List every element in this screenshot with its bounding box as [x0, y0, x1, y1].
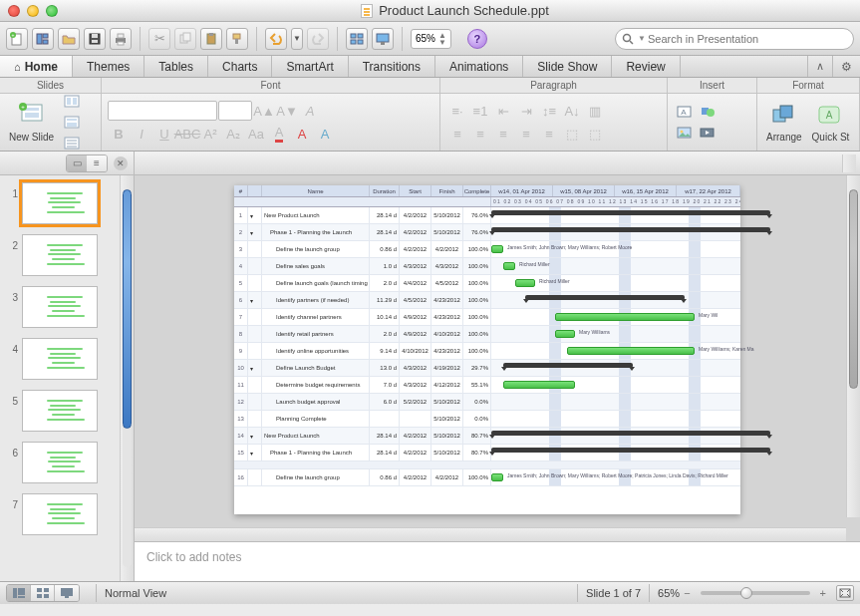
slide-thumbnail-3[interactable]: 3: [4, 286, 112, 328]
align-left-button[interactable]: ≡: [446, 124, 468, 144]
collapse-ribbon-button[interactable]: ∧: [807, 56, 832, 77]
layout-button[interactable]: [61, 92, 83, 112]
slide-viewport[interactable]: # Name Duration Start Finish Complete w1…: [135, 175, 860, 541]
outline-view-icon[interactable]: ≡: [87, 155, 107, 171]
paste-button[interactable]: [200, 28, 222, 50]
slide-thumbnail-2[interactable]: 2: [4, 234, 112, 276]
zoom-in-button[interactable]: +: [820, 587, 826, 599]
panel-view-toggle[interactable]: ▭ ≡: [66, 154, 108, 172]
print-button[interactable]: [110, 28, 132, 50]
numbering-button[interactable]: ≡1: [469, 101, 491, 121]
copy-button[interactable]: [174, 28, 196, 50]
canvas-hscrollbar[interactable]: [135, 527, 846, 541]
shrink-font-button[interactable]: A▼: [276, 101, 298, 121]
align-text-button[interactable]: ⬚: [584, 124, 606, 144]
close-panel-button[interactable]: ✕: [114, 156, 128, 170]
slideshow-view-button[interactable]: [55, 585, 79, 601]
change-case-button[interactable]: Aa: [245, 124, 267, 144]
cut-button[interactable]: ✂: [148, 28, 170, 50]
open-button[interactable]: [58, 28, 80, 50]
scrollbar-thumb[interactable]: [123, 189, 132, 429]
canvas-scroll-up[interactable]: [842, 154, 856, 172]
minimize-window-button[interactable]: [27, 5, 39, 17]
thumbnail-view-icon[interactable]: ▭: [67, 155, 87, 171]
sorter-view-button[interactable]: [31, 585, 55, 601]
align-dist-button[interactable]: ≡: [538, 124, 560, 144]
strike-button[interactable]: ABC: [176, 124, 198, 144]
underline-button[interactable]: U: [153, 124, 175, 144]
text-effects-button[interactable]: A: [314, 124, 336, 144]
close-window-button[interactable]: [8, 5, 20, 17]
picture-button[interactable]: [674, 123, 696, 143]
format-painter-button[interactable]: [226, 28, 248, 50]
zoom-out-button[interactable]: −: [684, 587, 690, 599]
slide-thumbnail-1[interactable]: 1: [4, 182, 112, 224]
shapes-button[interactable]: [697, 102, 718, 122]
tab-animations[interactable]: Animations: [435, 56, 523, 77]
justify-button[interactable]: ≡: [515, 124, 537, 144]
quick-styles-button[interactable]: A Quick St: [809, 102, 853, 143]
save-button[interactable]: [84, 28, 106, 50]
search-field[interactable]: ▼: [615, 28, 854, 50]
slide-thumbnail-6[interactable]: 6: [4, 442, 112, 483]
new-file-button[interactable]: +: [6, 28, 28, 50]
bold-button[interactable]: B: [108, 124, 130, 144]
font-size-combo[interactable]: [218, 101, 252, 121]
reset-button[interactable]: [61, 113, 83, 133]
zoom-slider[interactable]: [701, 591, 810, 595]
canvas-vscroll-thumb[interactable]: [849, 189, 858, 389]
zoom-combo[interactable]: 65% ▲▼: [411, 29, 451, 49]
help-button[interactable]: ?: [467, 29, 487, 49]
align-right-button[interactable]: ≡: [492, 124, 514, 144]
gallery-button[interactable]: [32, 28, 54, 50]
media-button[interactable]: [697, 123, 718, 143]
tab-themes[interactable]: Themes: [73, 56, 144, 77]
normal-view-button[interactable]: [7, 585, 31, 601]
font-family-combo[interactable]: [108, 101, 217, 121]
slide-thumbnail-7[interactable]: 7: [4, 493, 112, 535]
columns-button[interactable]: ▥: [584, 101, 606, 121]
panel-scrollbar[interactable]: [120, 175, 134, 581]
undo-button[interactable]: [265, 28, 287, 50]
fit-to-window-button[interactable]: [836, 585, 854, 601]
section-button[interactable]: [61, 134, 83, 154]
text-direction-button[interactable]: A↓: [561, 101, 583, 121]
search-input[interactable]: [648, 33, 849, 45]
tab-tables[interactable]: Tables: [144, 56, 208, 77]
clear-format-button[interactable]: A: [299, 101, 321, 121]
zoom-window-button[interactable]: [46, 5, 58, 17]
tab-transitions[interactable]: Transitions: [349, 56, 435, 77]
smartart-convert-button[interactable]: ⬚: [561, 124, 583, 144]
slide-thumbnail-5[interactable]: 5: [4, 390, 112, 432]
ribbon-settings-icon[interactable]: ⚙: [832, 56, 860, 77]
slide-show-view-button[interactable]: [372, 28, 394, 50]
grow-font-button[interactable]: A▲: [253, 101, 275, 121]
new-slide-button[interactable]: + New Slide: [6, 102, 57, 143]
font-color-button[interactable]: A: [268, 124, 290, 144]
zoom-knob[interactable]: [740, 587, 752, 599]
highlight-button[interactable]: A: [291, 124, 313, 144]
canvas-vscrollbar[interactable]: [846, 175, 860, 517]
arrange-button[interactable]: Arrange: [763, 102, 805, 143]
undo-dropdown[interactable]: ▼: [291, 28, 303, 50]
redo-button[interactable]: [307, 28, 329, 50]
decrease-indent-button[interactable]: ⇤: [492, 101, 514, 121]
search-dropdown-icon[interactable]: ▼: [638, 34, 646, 43]
superscript-button[interactable]: A²: [199, 124, 221, 144]
tab-review[interactable]: Review: [612, 56, 680, 77]
italic-button[interactable]: I: [131, 124, 152, 144]
bullets-button[interactable]: ≡·: [446, 101, 468, 121]
align-center-button[interactable]: ≡: [469, 124, 491, 144]
textbox-button[interactable]: A: [674, 102, 696, 122]
slide-thumbnail-4[interactable]: 4: [4, 338, 112, 380]
notes-pane[interactable]: Click to add notes: [135, 541, 860, 581]
tab-slideshow[interactable]: Slide Show: [523, 56, 612, 77]
tab-home[interactable]: ⌂Home: [0, 56, 73, 77]
increase-indent-button[interactable]: ⇥: [515, 101, 537, 121]
tab-charts[interactable]: Charts: [208, 56, 272, 77]
slide-sorter-view-button[interactable]: [346, 28, 368, 50]
line-spacing-button[interactable]: ↕≡: [538, 101, 560, 121]
subscript-button[interactable]: A₂: [222, 124, 244, 144]
tab-smartart[interactable]: SmartArt: [272, 56, 348, 77]
svg-text:A: A: [681, 108, 687, 117]
